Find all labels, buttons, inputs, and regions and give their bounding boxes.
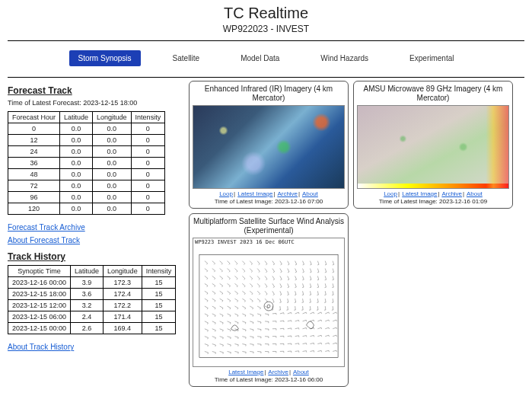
svg-line-29 (310, 261, 311, 265)
svg-line-301 (250, 321, 253, 322)
tab-bar: Storm Synopsis Satellite Model Data Wind… (0, 44, 532, 74)
amsu-loop-link[interactable]: Loop (384, 190, 397, 197)
svg-line-150 (222, 293, 223, 295)
svg-line-27 (303, 261, 304, 265)
amsu-image[interactable] (357, 105, 509, 189)
amsu-latest-link[interactable]: Latest Image (402, 190, 437, 197)
about-track-history-link[interactable]: About Track History (8, 343, 74, 351)
ir-latest-link[interactable]: Latest Image (237, 190, 272, 197)
svg-line-49 (250, 269, 252, 272)
col-intensity: Intensity (142, 266, 176, 277)
ir-about-link[interactable]: About (302, 190, 318, 197)
wind-archive-link[interactable]: Archive (268, 369, 288, 375)
tab-experimental[interactable]: Experimental (400, 50, 463, 66)
svg-line-111 (212, 283, 215, 286)
amsu-archive-link[interactable]: Archive (441, 190, 462, 197)
svg-line-265 (250, 314, 253, 315)
svg-line-209 (310, 299, 311, 302)
svg-line-52 (259, 271, 260, 272)
table-cell: 0.0 (60, 146, 93, 158)
svg-line-359 (333, 327, 336, 329)
svg-line-427 (317, 343, 321, 343)
svg-line-276 (291, 312, 291, 314)
svg-line-13 (250, 261, 252, 264)
svg-line-95 (288, 276, 289, 279)
svg-line-89 (265, 276, 267, 279)
svg-line-69 (325, 269, 326, 273)
svg-line-181 (205, 299, 208, 301)
table-cell: 2023-12-15 06:00 (8, 311, 71, 323)
svg-line-366 (223, 337, 224, 339)
svg-line-358 (329, 327, 330, 329)
svg-line-215 (333, 299, 333, 302)
table-cell: 0 (8, 123, 60, 135)
svg-line-46 (237, 271, 237, 272)
ir-loop-link[interactable]: Loop (219, 190, 233, 197)
svg-line-113 (220, 283, 223, 286)
svg-line-98 (295, 279, 297, 280)
table-cell: 0.0 (60, 180, 93, 192)
wind-latest-link[interactable]: Latest Image (228, 369, 263, 375)
svg-line-287 (333, 312, 336, 314)
svg-line-317 (310, 320, 314, 321)
svg-line-399 (212, 344, 216, 346)
svg-line-166 (280, 295, 282, 295)
svg-line-201 (280, 299, 281, 302)
forecast-track-archive-link[interactable]: Forecast Track Archive (8, 223, 85, 232)
svg-line-207 (303, 299, 304, 302)
table-header-row: Synoptic Time Latitude Longitude Intensi… (8, 266, 176, 277)
table-cell: 169.4 (104, 323, 142, 334)
svg-line-1 (205, 261, 208, 263)
table-cell: 0.0 (93, 180, 132, 192)
svg-line-34 (325, 264, 327, 265)
ir-archive-link[interactable]: Archive (277, 190, 298, 197)
tab-satellite[interactable]: Satellite (164, 50, 209, 66)
svg-line-226 (237, 308, 238, 309)
svg-line-118 (237, 286, 237, 287)
svg-line-423 (303, 343, 307, 344)
svg-line-297 (234, 321, 238, 323)
svg-line-315 (303, 320, 307, 321)
about-forecast-track-link[interactable]: About Forecast Track (8, 236, 80, 244)
svg-line-285 (325, 312, 329, 314)
svg-line-193 (250, 299, 253, 301)
svg-line-162 (266, 294, 268, 295)
svg-line-241 (295, 306, 296, 310)
svg-line-77 (220, 276, 223, 278)
svg-line-259 (228, 314, 231, 315)
svg-line-129 (280, 283, 282, 286)
svg-line-41 (220, 269, 223, 271)
tab-model-data[interactable]: Model Data (231, 50, 288, 66)
svg-line-20 (273, 264, 275, 265)
svg-line-97 (295, 276, 297, 279)
svg-line-124 (259, 286, 260, 287)
svg-line-6 (221, 263, 222, 264)
tab-storm-synopsis[interactable]: Storm Synopsis (69, 50, 141, 66)
svg-line-230 (253, 308, 253, 309)
svg-line-349 (295, 328, 299, 329)
svg-line-50 (251, 271, 252, 272)
wind-about-link[interactable]: About (293, 369, 309, 375)
svg-line-375 (257, 337, 261, 337)
amsu-about-link[interactable]: About (467, 190, 483, 197)
svg-line-138 (310, 287, 311, 288)
table-row: 960.00.00 (8, 192, 165, 203)
svg-line-17 (265, 261, 267, 264)
svg-line-192 (244, 301, 245, 302)
svg-line-387 (303, 336, 307, 337)
svg-line-271 (272, 313, 276, 314)
svg-line-12 (244, 263, 244, 264)
svg-line-289 (205, 321, 208, 323)
svg-line-383 (288, 336, 291, 337)
table-cell: 96 (8, 192, 60, 203)
svg-line-68 (317, 272, 319, 273)
tab-wind-hazards[interactable]: Wind Hazards (311, 50, 377, 66)
svg-line-3 (212, 261, 215, 263)
col-forecast-hour: Forecast Hour (8, 112, 60, 123)
svg-line-218 (207, 308, 208, 309)
ir-image[interactable] (193, 105, 345, 189)
wind-image[interactable]: WP9223 INVEST 2023 16 Dec 06UTC (193, 238, 345, 367)
svg-line-33 (325, 261, 327, 265)
svg-line-25 (295, 261, 297, 264)
svg-line-401 (220, 344, 224, 345)
